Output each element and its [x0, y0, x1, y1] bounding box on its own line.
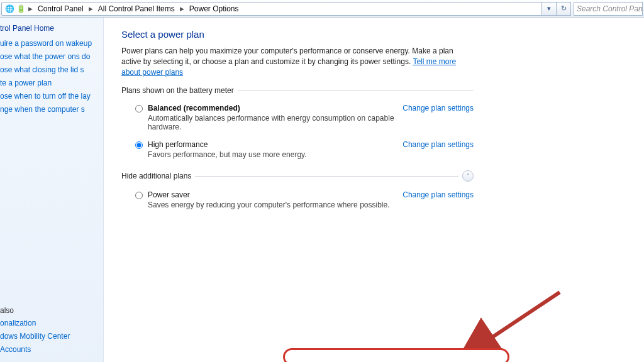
divider: [238, 90, 474, 91]
divider: [195, 176, 458, 177]
page-title: Select a power plan: [121, 29, 638, 40]
plan-name: Power saver: [148, 190, 395, 199]
plan-power-saver: Power saver Saves energy by reducing you…: [121, 188, 474, 216]
breadcrumb-item-all-items[interactable]: All Control Panel Items: [96, 3, 177, 15]
plan-high-performance: High performance Favors performance, but…: [121, 138, 474, 165]
dropdown-button[interactable]: ▾: [541, 2, 557, 16]
plan-desc: Saves energy by reducing your computer's…: [148, 200, 395, 209]
sidebar: trol Panel Home uire a password on wakeu…: [0, 18, 104, 362]
plan-radio-balanced[interactable]: [135, 105, 143, 112]
see-also-heading: also: [0, 306, 99, 315]
plan-name: High performance: [148, 140, 395, 149]
plan-desc: Automatically balances performance with …: [148, 114, 395, 131]
collapse-button[interactable]: ˄: [462, 170, 474, 182]
group-label-hide: Hide additional plans: [121, 172, 191, 180]
see-also-personalization[interactable]: onalization: [0, 319, 99, 328]
chevron-up-icon: ˄: [467, 173, 470, 179]
chevron-right-icon: ▶: [87, 6, 94, 12]
plans-group: Plans shown on the battery meter Balance…: [121, 86, 474, 216]
breadcrumb-item-control-panel[interactable]: Control Panel: [35, 3, 86, 15]
plan-name: Balanced (recommended): [148, 104, 395, 112]
chevron-right-icon: ▶: [27, 6, 34, 12]
plan-balanced: Balanced (recommended) Automatically bal…: [121, 101, 474, 138]
plan-radio-high-performance[interactable]: [135, 141, 143, 149]
change-plan-link[interactable]: Change plan settings: [402, 190, 474, 199]
shield-icon: 🌐: [4, 4, 14, 14]
sidebar-link-sleep[interactable]: nge when the computer s: [0, 105, 99, 114]
plan-radio-power-saver[interactable]: [135, 192, 143, 199]
see-also-accounts[interactable]: Accounts: [0, 345, 99, 354]
change-plan-link[interactable]: Change plan settings: [402, 104, 474, 112]
address-bar: 🌐 🔋 ▶ Control Panel ▶ All Control Panel …: [0, 0, 644, 18]
plan-desc: Favors performance, but may use more ene…: [148, 150, 395, 159]
intro-text: Power plans can help you maximize your c…: [121, 46, 474, 77]
sidebar-link-password[interactable]: uire a password on wakeup: [0, 39, 99, 48]
sidebar-link-create-plan[interactable]: te a power plan: [0, 79, 99, 88]
group-label-battery: Plans shown on the battery meter: [121, 86, 234, 95]
refresh-button[interactable]: ↻: [556, 2, 571, 16]
search-input[interactable]: Search Control Pan: [574, 2, 643, 16]
annotation-highlight: [283, 348, 509, 362]
sidebar-link-buttons[interactable]: ose what the power ons do: [0, 52, 99, 62]
breadcrumb[interactable]: 🌐 🔋 ▶ Control Panel ▶ All Control Panel …: [1, 2, 543, 16]
power-icon: 🔋: [16, 4, 26, 14]
chevron-right-icon: ▶: [179, 6, 186, 12]
breadcrumb-item-power-options[interactable]: Power Options: [187, 3, 242, 15]
sidebar-link-display[interactable]: ose when to turn off the lay: [0, 92, 99, 101]
sidebar-heading: trol Panel Home: [0, 24, 99, 33]
see-also-mobility[interactable]: dows Mobility Center: [0, 332, 99, 341]
sidebar-link-lid[interactable]: ose what closing the lid s: [0, 65, 99, 75]
intro-text-body: Power plans can help you maximize your c…: [121, 47, 453, 66]
main-panel: Select a power plan Power plans can help…: [104, 18, 644, 362]
change-plan-link[interactable]: Change plan settings: [402, 140, 474, 149]
